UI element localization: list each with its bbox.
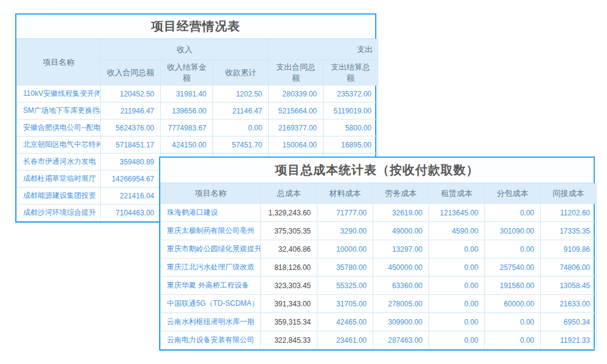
value-cell: 2169377.00	[269, 120, 324, 136]
total-cost-cell: 391,343.00	[261, 295, 317, 313]
column-group-income: 收入	[101, 39, 269, 60]
value-cell: 235372.00	[324, 86, 378, 103]
project-name-cell: 中国联通5G（TD-SCDMA）	[161, 295, 261, 313]
total-cost-cell: 32,406.86	[261, 240, 317, 258]
project-name-cell: 成都能源建设集团投资	[17, 187, 101, 204]
value-cell: 221416.04	[101, 187, 161, 204]
project-name-cell: 重庆市鹅岭公园绿化景观提升	[161, 240, 261, 258]
value-cell: 32619.00	[373, 204, 429, 222]
value-cell: 5718451.17	[101, 136, 161, 153]
table-row: 重庆华夏 外高桥工程设备323,303.4555325.0063360.000.…	[161, 277, 597, 295]
operation-header-group-row: 项目名称 收入 支出	[17, 39, 378, 60]
value-cell: 191560.00	[485, 277, 541, 295]
value-cell: 5800.00	[324, 120, 378, 136]
value-cell: 278005.00	[373, 295, 429, 313]
value-cell: 13297.00	[373, 240, 429, 258]
column-header-project-name: 项目名称	[17, 39, 101, 86]
column-header-subcontract-cost: 分包成本	[485, 184, 541, 204]
table-row: 重庆江北污水处理厂级改造818,126.0035780.00450000.000…	[161, 258, 597, 277]
value-cell: 280339.00	[269, 86, 324, 103]
value-cell: 14266954.67	[101, 170, 161, 187]
value-cell: 120452.50	[101, 86, 161, 103]
project-name-cell: 重庆华夏 外高桥工程设备	[161, 277, 261, 295]
table-row: SM广场地下车库更换挡板211946.47139656.0021146.4752…	[17, 103, 378, 120]
column-header-labor-cost: 劳务成本	[373, 184, 429, 204]
value-cell: 71777.00	[317, 204, 373, 222]
value-cell: 450000.00	[373, 258, 429, 277]
value-cell: 42465.00	[317, 313, 373, 331]
table-row: 中国联通5G（TD-SCDMA）391,343.0031705.00278005…	[161, 295, 597, 313]
value-cell: 1202.50	[213, 86, 269, 103]
value-cell: 1213645.00	[429, 204, 485, 222]
value-cell: 6950.34	[541, 313, 597, 331]
project-name-cell: 安徽合肥供电公司--配电工程	[17, 120, 101, 136]
column-header-receipts-cumulative: 收款累计	[213, 60, 269, 86]
value-cell: 16895.00	[324, 136, 378, 153]
value-cell: 139656.00	[161, 103, 213, 120]
value-cell: 7104463.00	[101, 204, 161, 221]
cost-table: 项目名称 总成本 材料成本 劳务成本 租赁成本 分包成本 间接成本 珠海鹤港口建…	[160, 183, 597, 349]
table-row: 安徽合肥供电公司--配电工程5624376.007774983.670.0021…	[17, 120, 378, 136]
table-row: 重庆市鹅岭公园绿化景观提升32,406.8610000.0013297.000.…	[161, 240, 597, 258]
project-name-cell: 成都杜甫草堂临时展厅	[17, 170, 101, 187]
value-cell: 10000.00	[317, 240, 373, 258]
value-cell: 0.00	[429, 240, 485, 258]
total-cost-cell: 323,303.45	[261, 277, 317, 295]
value-cell: 150064.00	[269, 136, 324, 153]
total-cost-cell: 359,315.34	[261, 313, 317, 331]
value-cell: 0.00	[429, 277, 485, 295]
project-name-cell: 重庆江北污水处理厂级改造	[161, 258, 261, 277]
value-cell: 60000.00	[485, 295, 541, 313]
value-cell: 257540.00	[485, 258, 541, 277]
total-cost-cell: 818,126.00	[261, 258, 317, 277]
value-cell: 5119019.00	[324, 103, 378, 120]
column-group-expense: 支出	[269, 39, 378, 60]
value-cell: 424150.00	[161, 136, 213, 153]
column-header-income-contract-total: 收入合同总额	[101, 60, 161, 86]
value-cell: 57451.70	[213, 136, 269, 153]
value-cell: 11202.60	[541, 204, 597, 222]
value-cell: 13058.45	[541, 277, 597, 295]
cost-table-body: 珠海鹤港口建设1,329,243.6071777.0032619.0012136…	[161, 204, 597, 349]
value-cell: 0.00	[485, 313, 541, 331]
table-row: 云南水利枢纽潜明水库一期359,315.3442465.00309900.000…	[161, 313, 597, 331]
column-header-rental-cost: 租赁成本	[429, 184, 485, 204]
operation-table-header: 项目名称 收入 支出 收入合同总额 收入结算金额 收款累计 支出合同总额 支出结…	[17, 39, 378, 86]
table-row: 云南电力设备安装有限公司322,845.3323461.00287463.000…	[161, 331, 597, 349]
value-cell: 74806.00	[541, 258, 597, 277]
value-cell: 21633.00	[541, 295, 597, 313]
value-cell: 23461.00	[317, 331, 373, 349]
total-cost-cell: 1,329,243.60	[261, 204, 317, 222]
project-name-cell: 重庆太极制药有限公司亳州	[161, 222, 261, 240]
value-cell: 0.00	[485, 204, 541, 222]
project-name-cell: 110kV安徽线程集变开闭所	[17, 86, 101, 103]
cost-report-title: 项目总成本统计表（按收付款取数）	[160, 158, 594, 183]
column-header-expense-contract-total: 支出合同总额	[269, 60, 324, 86]
table-row: 珠海鹤港口建设1,329,243.6071777.0032619.0012136…	[161, 204, 597, 222]
value-cell: 31981.40	[161, 86, 213, 103]
value-cell: 5624376.00	[101, 120, 161, 136]
value-cell: 3290.00	[317, 222, 373, 240]
value-cell: 55325.00	[317, 277, 373, 295]
project-name-cell: 长春市伊通河水力发电	[17, 153, 101, 170]
project-name-cell: SM广场地下车库更换挡板	[17, 103, 101, 120]
project-name-cell: 云南水利枢纽潜明水库一期	[161, 313, 261, 331]
value-cell: 31705.00	[317, 295, 373, 313]
value-cell: 287463.00	[373, 331, 429, 349]
cost-table-header: 项目名称 总成本 材料成本 劳务成本 租赁成本 分包成本 间接成本	[161, 184, 597, 204]
project-name-cell: 北京朝阳区电气中芯特种	[17, 136, 101, 153]
value-cell: 21146.47	[213, 103, 269, 120]
value-cell: 0.00	[213, 120, 269, 136]
table-row: 110kV安徽线程集变开闭所120452.5031981.401202.5028…	[17, 86, 378, 103]
value-cell: 301090.00	[485, 222, 541, 240]
operation-report-title: 项目经营情况表	[16, 15, 375, 39]
value-cell: 0.00	[429, 313, 485, 331]
column-header-material-cost: 材料成本	[317, 184, 373, 204]
value-cell: 5215664.00	[269, 103, 324, 120]
project-name-cell: 云南电力设备安装有限公司	[161, 331, 261, 349]
value-cell: 9109.86	[541, 240, 597, 258]
value-cell: 0.00	[485, 331, 541, 349]
value-cell: 0.00	[485, 240, 541, 258]
value-cell: 7774983.67	[161, 120, 213, 136]
value-cell: 63360.00	[373, 277, 429, 295]
